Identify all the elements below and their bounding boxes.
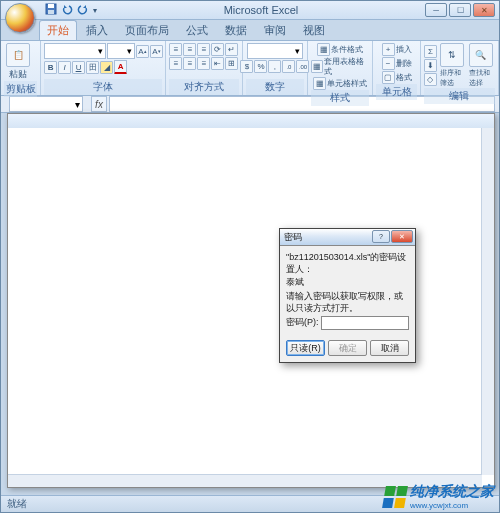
shrink-font-button[interactable]: A▾ [150, 45, 163, 58]
name-box[interactable]: ▾ [9, 96, 83, 112]
vertical-scrollbar[interactable] [481, 128, 494, 475]
sort-filter-button[interactable]: ⇅排序和筛选 [438, 43, 466, 88]
dialog-message-1: "bz11201503014.xls"的密码设置人： [286, 252, 409, 275]
font-size-combo[interactable]: ▾ [107, 43, 135, 59]
redo-icon[interactable] [77, 3, 89, 17]
clear-button[interactable]: ◇ [424, 73, 437, 86]
excel-window: ▾ Microsoft Excel ─ ☐ ✕ 开始 插入 页面布局 公式 数据… [0, 0, 500, 513]
conditional-format-button[interactable]: ▦条件格式 [317, 43, 363, 56]
group-label-cells: 单元格 [376, 84, 417, 100]
password-dialog: 密码 ? ✕ "bz11201503014.xls"的密码设置人： 泰斌 请输入… [279, 228, 416, 363]
tab-page-layout[interactable]: 页面布局 [117, 20, 177, 40]
cell-style-icon: ▦ [313, 77, 326, 90]
percent-button[interactable]: % [254, 60, 267, 73]
quick-access-toolbar: ▾ [45, 1, 97, 19]
ok-button[interactable]: 确定 [328, 340, 367, 356]
watermark-logo-icon [382, 486, 408, 508]
fill-color-button[interactable]: ◢ [100, 61, 113, 74]
group-font: ▾ ▾ A▴ A▾ B I U 田 ◢ A 字体 [41, 41, 166, 95]
group-label-editing: 编辑 [424, 88, 495, 104]
paste-button[interactable]: 📋粘贴 [4, 43, 32, 81]
cancel-button[interactable]: 取消 [370, 340, 409, 356]
cell-styles-button[interactable]: ▦单元格样式 [313, 77, 367, 90]
accounting-button[interactable]: $ [240, 60, 253, 73]
close-button[interactable]: ✕ [473, 3, 495, 17]
workbook-window [7, 113, 495, 488]
fill-button[interactable]: ⬇ [424, 59, 437, 72]
minimize-button[interactable]: ─ [425, 3, 447, 17]
workbook-titlebar [8, 114, 494, 129]
align-middle-button[interactable]: ≡ [183, 43, 196, 56]
dialog-titlebar[interactable]: 密码 ? ✕ [280, 229, 415, 246]
dialog-close-button[interactable]: ✕ [391, 230, 413, 243]
orientation-button[interactable]: ⟳ [211, 43, 224, 56]
comma-button[interactable]: , [268, 60, 281, 73]
group-number: ▾ $ % , .0 .00 数字 [243, 41, 308, 95]
watermark: 纯净系统之家 www.ycwjxt.com [384, 483, 494, 510]
format-icon: ▢ [382, 71, 395, 84]
tab-review[interactable]: 审阅 [256, 20, 294, 40]
dialog-message-2: 请输入密码以获取写权限，或以只读方式打开。 [286, 291, 409, 314]
font-color-button[interactable]: A [114, 60, 127, 74]
watermark-url: www.ycwjxt.com [410, 501, 494, 510]
align-right-button[interactable]: ≡ [197, 57, 210, 70]
increase-decimal-button[interactable]: .0 [282, 60, 295, 73]
align-top-button[interactable]: ≡ [169, 43, 182, 56]
group-label-styles: 样式 [311, 90, 369, 106]
border-button[interactable]: 田 [86, 61, 99, 74]
readonly-button[interactable]: 只读(R) [286, 340, 325, 356]
watermark-text: 纯净系统之家 [410, 483, 494, 501]
merge-center-button[interactable]: ⊞ [225, 57, 238, 70]
tab-home[interactable]: 开始 [39, 20, 77, 40]
tab-insert[interactable]: 插入 [78, 20, 116, 40]
paste-icon: 📋 [6, 43, 30, 67]
fx-button[interactable]: fx [91, 96, 107, 112]
svg-rect-1 [48, 4, 54, 8]
group-label-alignment: 对齐方式 [169, 79, 239, 95]
ribbon: 📋粘贴 剪贴板 ▾ ▾ A▴ A▾ B I U 田 ◢ A [1, 40, 499, 96]
status-text: 就绪 [7, 497, 27, 511]
group-editing: Σ ⬇ ◇ ⇅排序和筛选 🔍查找和选择 编辑 [421, 41, 499, 95]
office-button[interactable] [5, 3, 35, 33]
italic-button[interactable]: I [58, 61, 71, 74]
underline-button[interactable]: U [72, 61, 85, 74]
group-clipboard: 📋粘贴 剪贴板 [1, 41, 41, 95]
maximize-button[interactable]: ☐ [449, 3, 471, 17]
align-bottom-button[interactable]: ≡ [197, 43, 210, 56]
grow-font-button[interactable]: A▴ [136, 45, 149, 58]
group-label-clipboard: 剪贴板 [4, 81, 37, 97]
window-buttons: ─ ☐ ✕ [425, 3, 495, 17]
format-as-table-button[interactable]: ▦套用表格格式 [311, 57, 369, 76]
align-center-button[interactable]: ≡ [183, 57, 196, 70]
fill-icon: ◢ [104, 63, 110, 72]
decrease-indent-button[interactable]: ⇤ [211, 57, 224, 70]
bold-button[interactable]: B [44, 61, 57, 74]
svg-rect-2 [48, 10, 54, 14]
chevron-down-icon: ▾ [75, 99, 80, 110]
wrap-text-button[interactable]: ↵ [225, 43, 238, 56]
find-select-button[interactable]: 🔍查找和选择 [467, 43, 495, 88]
format-cells-button[interactable]: ▢格式 [382, 71, 412, 84]
tab-view[interactable]: 视图 [295, 20, 333, 40]
group-label-number: 数字 [246, 79, 304, 95]
delete-cells-button[interactable]: −删除 [382, 57, 412, 70]
dialog-button-row: 只读(R) 确定 取消 [280, 336, 415, 362]
undo-icon[interactable] [61, 3, 73, 17]
chevron-down-icon: ▾ [295, 46, 300, 56]
group-cells: +插入 −删除 ▢格式 单元格 [373, 41, 421, 95]
align-left-button[interactable]: ≡ [169, 57, 182, 70]
autosum-button[interactable]: Σ [424, 45, 437, 58]
tab-data[interactable]: 数据 [217, 20, 255, 40]
number-format-combo[interactable]: ▾ [247, 43, 303, 59]
dialog-help-button[interactable]: ? [372, 230, 390, 243]
save-icon[interactable] [45, 3, 57, 17]
insert-cells-button[interactable]: +插入 [382, 43, 412, 56]
group-alignment: ≡ ≡ ≡ ⟳ ↵ ≡ ≡ ≡ ⇤ ⊞ 对齐方式 [166, 41, 243, 95]
font-family-combo[interactable]: ▾ [44, 43, 106, 59]
tab-formulas[interactable]: 公式 [178, 20, 216, 40]
chevron-down-icon: ▾ [98, 46, 103, 56]
dialog-body: "bz11201503014.xls"的密码设置人： 泰斌 请输入密码以获取写权… [280, 246, 415, 336]
password-input[interactable] [321, 316, 409, 330]
title-bar: ▾ Microsoft Excel ─ ☐ ✕ [1, 1, 499, 20]
delete-icon: − [382, 57, 395, 70]
